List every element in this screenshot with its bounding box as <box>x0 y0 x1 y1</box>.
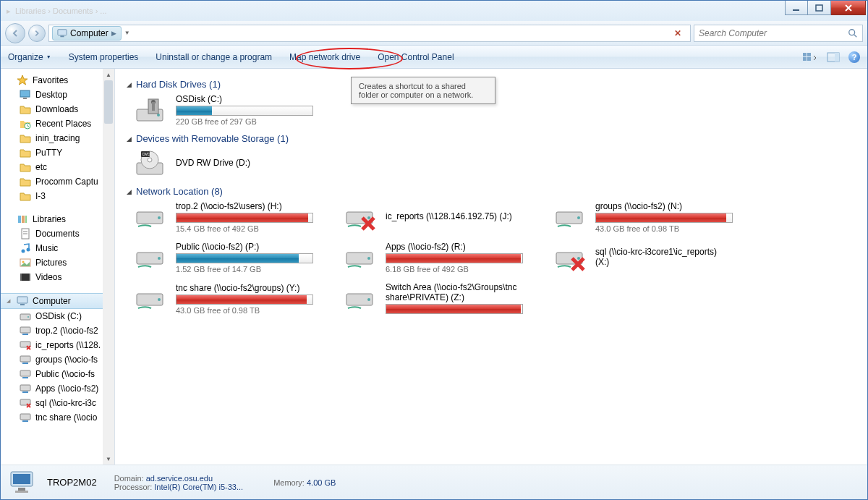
sidebar-item-label: etc <box>35 162 47 172</box>
sidebar-computer-header[interactable]: ◢ Computer <box>1 293 103 309</box>
sidebar-favorite-item[interactable]: etc <box>1 160 103 174</box>
svg-rect-9 <box>807 57 811 61</box>
dvd-icon: DVD <box>134 148 169 179</box>
sidebar-favorite-item[interactable]: Desktop <box>1 88 103 102</box>
svg-point-63 <box>367 257 370 260</box>
sidebar-library-item[interactable]: Documents <box>1 226 103 241</box>
search-input[interactable] <box>699 28 843 38</box>
svg-rect-37 <box>20 370 30 376</box>
sidebar-computer-item[interactable]: OSDisk (C:) <box>1 309 103 323</box>
network-drive-item[interactable]: groups (\\ocio-fs2) (N:)43.0 GB free of … <box>553 201 734 233</box>
svg-point-57 <box>367 216 370 219</box>
section-network-header[interactable]: ◢ Network Location (8) <box>127 186 856 197</box>
help-button[interactable]: ? <box>848 51 860 63</box>
network-drive-item[interactable]: Apps (\\ocio-fs2) (R:)6.18 GB free of 49… <box>344 242 524 274</box>
sidebar-computer-item[interactable]: trop.2 (\\ocio-fs2 <box>1 323 103 338</box>
sidebar-favorite-item[interactable]: inin_tracing <box>1 131 103 145</box>
map-network-drive-button[interactable]: Map network drive <box>289 52 360 62</box>
uninstall-button[interactable]: Uninstall or change a program <box>156 52 272 62</box>
svg-rect-42 <box>20 414 30 420</box>
svg-rect-39 <box>20 385 30 391</box>
sidebar-favorites-header[interactable]: Favorites <box>1 73 103 88</box>
capacity-bar <box>386 253 523 263</box>
collapse-icon: ◢ <box>127 188 132 195</box>
sidebar-computer-item[interactable]: ic_reports (\\128. <box>1 338 103 352</box>
forward-button[interactable] <box>28 25 46 42</box>
network-drive-item[interactable]: sql (\\cio-krc-i3core1\ic_reports) (X:) <box>553 242 734 274</box>
drive-label: Switch Area (\\ocio-fs2\Groups\tnc share… <box>386 282 523 302</box>
system-properties-button[interactable]: System properties <box>69 52 139 62</box>
section-removable-header[interactable]: ◢ Devices with Removable Storage (1) <box>127 133 856 144</box>
sidebar-computer-item[interactable]: groups (\\ocio-fs <box>1 352 103 367</box>
sidebar-scrollbar[interactable]: ▲ ▼ <box>103 69 114 465</box>
sidebar-favorite-item[interactable]: Procomm Captu <box>1 174 103 189</box>
svg-rect-16 <box>22 216 25 223</box>
hdd-icon <box>134 95 169 125</box>
sidebar-item-label: groups (\\ocio-fs <box>35 355 98 365</box>
netbad-icon <box>20 339 31 351</box>
sidebar-favorite-item[interactable]: PuTTY <box>1 145 103 160</box>
music-icon <box>20 242 31 254</box>
sidebar-library-item[interactable]: Music <box>1 241 103 255</box>
sidebar-favorite-item[interactable]: I-3 <box>1 189 103 203</box>
svg-text:DVD: DVD <box>142 152 150 156</box>
minimize-button[interactable] <box>785 1 808 15</box>
svg-rect-25 <box>20 274 30 281</box>
video-icon <box>20 271 31 283</box>
close-button[interactable] <box>831 1 866 15</box>
collapse-icon: ◢ <box>127 135 132 143</box>
organize-menu[interactable]: Organize ▼ <box>8 52 51 62</box>
sidebar-computer-item[interactable]: Apps (\\ocio-fs2) <box>1 381 103 396</box>
view-options-button[interactable] <box>802 51 818 64</box>
drive-free-text: 43.0 GB free of 0.98 TB <box>595 224 734 233</box>
scroll-up-icon[interactable]: ▲ <box>103 69 114 80</box>
memory-value: 4.00 GB <box>307 478 336 487</box>
breadcrumb-drop-icon[interactable]: ▼ <box>124 30 130 36</box>
scroll-down-icon[interactable]: ▼ <box>103 453 114 465</box>
breadcrumb[interactable]: Computer ▶ ▼ ✕ <box>48 25 691 42</box>
folder-icon <box>20 190 31 202</box>
network-drive-item[interactable]: ic_reports (\\128.146.192.75) (J:) <box>344 201 524 233</box>
network-drive-item[interactable]: Public (\\ocio-fs2) (P:)1.52 GB free of … <box>134 242 315 274</box>
network-drive-icon <box>134 202 169 232</box>
svg-rect-0 <box>793 9 799 11</box>
network-drive-item[interactable]: tnc share (\\ocio-fs2\groups) (Y:)43.0 G… <box>134 282 315 315</box>
sidebar-libraries-header[interactable]: Libraries <box>1 212 103 226</box>
breadcrumb-clear-icon[interactable]: ✕ <box>671 27 684 40</box>
network-drive-icon <box>344 284 378 314</box>
svg-rect-73 <box>15 491 28 493</box>
search-box[interactable] <box>694 25 863 42</box>
sidebar-computer-item[interactable]: sql (\\cio-krc-i3c <box>1 396 103 410</box>
network-drive-item[interactable]: Switch Area (\\ocio-fs2\Groups\tnc share… <box>344 282 524 315</box>
drive-label: DVD RW Drive (D:) <box>176 158 315 168</box>
svg-rect-48 <box>152 102 155 111</box>
capacity-bar <box>595 213 733 223</box>
crumb-computer[interactable]: Computer ▶ <box>52 26 122 41</box>
svg-point-22 <box>27 248 30 252</box>
svg-rect-17 <box>25 216 27 223</box>
svg-rect-8 <box>803 57 807 61</box>
preview-pane-button[interactable] <box>825 51 841 64</box>
sidebar-library-item[interactable]: Pictures <box>1 255 103 270</box>
sidebar-item-label: trop.2 (\\ocio-fs2 <box>35 326 98 336</box>
sidebar-item-label: Public (\\ocio-fs <box>35 369 95 379</box>
sidebar-library-item[interactable]: Videos <box>1 270 103 284</box>
network-drive-item[interactable]: trop.2 (\\ocio-fs2\users) (H:)15.4 GB fr… <box>134 201 315 233</box>
back-button[interactable] <box>5 23 25 43</box>
sidebar-favorite-item[interactable]: Downloads <box>1 102 103 116</box>
svg-rect-2 <box>58 29 67 35</box>
sidebar-computer-item[interactable]: tnc share (\\ocio <box>1 410 103 425</box>
drive-item[interactable]: OSDisk (C:) 220 GB free of 297 GB <box>134 94 315 126</box>
sidebar-favorite-item[interactable]: Recent Places <box>1 116 103 131</box>
svg-point-59 <box>577 216 580 219</box>
control-panel-button[interactable]: Open Control Panel <box>378 52 454 62</box>
scroll-thumb[interactable] <box>104 80 113 124</box>
sidebar-computer-item[interactable]: Public (\\ocio-fs <box>1 367 103 381</box>
maximize-button[interactable] <box>808 1 831 15</box>
svg-rect-28 <box>17 297 27 303</box>
svg-rect-1 <box>816 5 822 11</box>
svg-point-31 <box>27 316 29 318</box>
svg-rect-12 <box>20 90 30 97</box>
drive-item[interactable]: DVD DVD RW Drive (D:) <box>134 148 315 179</box>
svg-rect-13 <box>23 98 27 99</box>
